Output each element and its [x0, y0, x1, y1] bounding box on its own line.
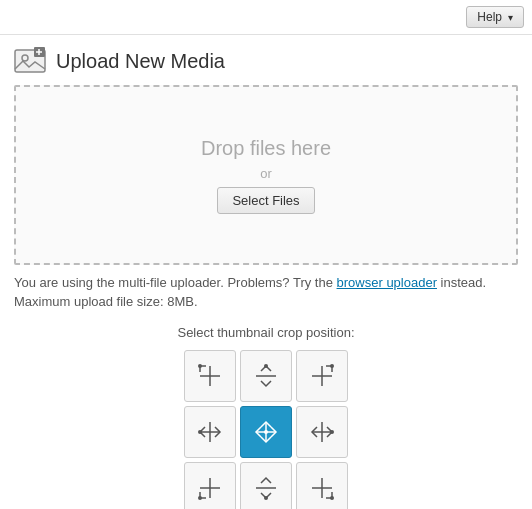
crop-middle-center[interactable]	[240, 406, 292, 458]
page-title: Upload New Media	[56, 50, 225, 73]
crop-bottom-center[interactable]	[240, 462, 292, 509]
info-section: You are using the multi-file uploader. P…	[0, 275, 532, 317]
upload-media-icon	[14, 45, 46, 77]
crop-bottom-center-icon	[252, 474, 280, 502]
crop-grid	[184, 350, 348, 509]
crop-top-left-icon	[196, 362, 224, 390]
page-header: Upload New Media	[0, 35, 532, 85]
svg-point-7	[198, 364, 202, 368]
svg-point-12	[330, 364, 334, 368]
svg-point-26	[264, 496, 268, 500]
multi-uploader-text: You are using the multi-file uploader. P…	[14, 275, 337, 290]
svg-point-15	[198, 430, 202, 434]
crop-label: Select thumbnail crop position:	[177, 325, 354, 340]
top-bar: Help ▾	[0, 0, 532, 35]
help-button[interactable]: Help ▾	[466, 6, 524, 28]
chevron-down-icon: ▾	[508, 12, 513, 23]
crop-bottom-right-icon	[308, 474, 336, 502]
crop-section: Select thumbnail crop position:	[0, 317, 532, 509]
crop-bottom-right[interactable]	[296, 462, 348, 509]
svg-point-9	[264, 364, 268, 368]
crop-middle-right-icon	[308, 418, 336, 446]
crop-middle-center-icon	[252, 418, 280, 446]
crop-top-right-icon	[308, 362, 336, 390]
crop-bottom-left-icon	[196, 474, 224, 502]
crop-middle-left[interactable]	[184, 406, 236, 458]
svg-point-24	[198, 496, 202, 500]
crop-top-left[interactable]	[184, 350, 236, 402]
crop-middle-left-icon	[196, 418, 224, 446]
crop-top-center[interactable]	[240, 350, 292, 402]
select-files-button[interactable]: Select Files	[217, 187, 314, 214]
help-label: Help	[477, 10, 502, 24]
multi-uploader-end: instead.	[437, 275, 486, 290]
svg-point-29	[330, 496, 334, 500]
browser-uploader-link[interactable]: browser uploader	[337, 275, 437, 290]
upload-drop-zone[interactable]: Drop files here or Select Files	[14, 85, 518, 265]
uploader-info: You are using the multi-file uploader. P…	[14, 275, 518, 290]
crop-middle-right[interactable]	[296, 406, 348, 458]
crop-top-center-icon	[252, 362, 280, 390]
drop-files-text: Drop files here	[201, 137, 331, 160]
crop-bottom-left[interactable]	[184, 462, 236, 509]
svg-point-18	[264, 430, 268, 434]
or-text: or	[260, 166, 272, 181]
svg-point-21	[330, 430, 334, 434]
crop-top-right[interactable]	[296, 350, 348, 402]
max-size-text: Maximum upload file size: 8MB.	[14, 294, 518, 309]
